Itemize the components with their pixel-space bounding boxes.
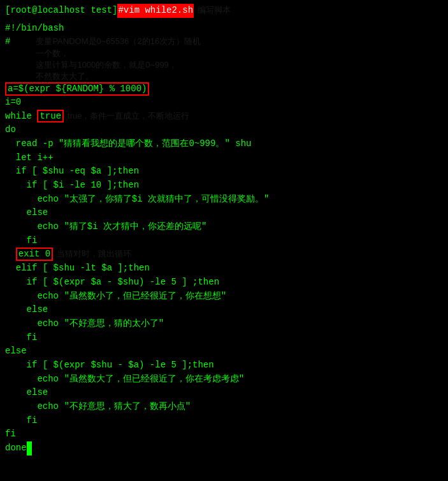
exit-annotation: 当猜对时，跳出循环 (57, 248, 131, 260)
fi-inner1-text: fi (5, 234, 37, 248)
line-else-outer: else (5, 344, 443, 359)
fi-outer-text: fi (5, 427, 16, 441)
true-box: true (37, 110, 64, 123)
line-echo4: echo "不好意思，猜的太小了" (5, 317, 443, 331)
line-i-assign: i=0 (5, 96, 443, 110)
line-echo5: echo "虽然数大了，但已经很近了，你在考虑考虑" (5, 373, 443, 387)
done-text: done (5, 441, 27, 455)
line-echo6: echo "不好意思，猜大了，数再小点" (5, 400, 443, 414)
line-fi-inner1: fi (5, 234, 443, 248)
fi-inner2-text: fi (5, 331, 37, 345)
command-highlight: #vim while2.sh (117, 4, 194, 18)
line-elif: elif [ $shu -lt $a ];then (5, 262, 443, 276)
elif-text: elif [ $shu -lt $a ];then (5, 262, 150, 276)
line-echo3: echo "虽然数小了，但已经很近了，你在想想" (5, 290, 443, 304)
line-comment: # 变量PANDOM是0~65536（2的16次方）随机一个数，这里计算与100… (5, 35, 443, 82)
echo5-text: echo "虽然数大了，但已经很近了，你在考虑考虑" (5, 373, 244, 387)
let-text: let i++ (5, 151, 54, 165)
if3-text: if [ $(expr $a - $shu) -le 5 ] ;then (5, 276, 219, 290)
line-exit: exit 0 当猜对时，跳出循环 (5, 248, 443, 262)
fi-inner3-text: fi (5, 414, 37, 428)
comment-text: # (5, 35, 10, 49)
line-while: while true true，条件一直成立，不断地运行 (5, 110, 443, 124)
line-else2: else (5, 303, 443, 317)
line-echo1: echo "太强了，你猜了$i 次就猜中了，可惜没得奖励。" (5, 193, 443, 207)
line-else3: else (5, 386, 443, 400)
line-if3: if [ $(expr $a - $shu) -le 5 ] ;then (5, 276, 443, 290)
echo1-text: echo "太强了，你猜了$i 次就猜中了，可惜没得奖励。" (5, 193, 269, 207)
echo4-text: echo "不好意思，猜的太小了" (5, 317, 164, 331)
a-assign-box: a=$(expr ${RANDOM} % 1000) (5, 82, 149, 96)
line-if4: if [ $(expr $shu - $a) -le 5 ];then (5, 359, 443, 373)
line-echo2: echo "猜了$i 次才猜中，你还差的远呢" (5, 220, 443, 234)
echo2-text: echo "猜了$i 次才猜中，你还差的远呢" (5, 220, 206, 234)
else3-text: else (5, 386, 48, 400)
terminal: [root@localhost test]#vim while2.sh 编写脚本… (5, 4, 443, 455)
line-if1: if [ $shu -eq $a ];then (5, 165, 443, 179)
exit-indent (5, 248, 16, 262)
cursor (27, 441, 32, 455)
line-let: let i++ (5, 151, 443, 165)
line-fi-outer: fi (5, 427, 443, 441)
else2-text: else (5, 303, 48, 317)
read-text: read -p "猜猜看我想的是哪个数，范围在0~999。" shu (5, 137, 251, 151)
i-assign-text: i=0 (5, 96, 21, 110)
prompt-line: [root@localhost test]#vim while2.sh 编写脚本 (5, 4, 443, 18)
while-keyword: while (5, 110, 37, 124)
line-fi-inner2: fi (5, 331, 443, 345)
else-outer-text: else (5, 344, 27, 359)
annotation-title: 编写脚本 (198, 4, 231, 17)
line-read: read -p "猜猜看我想的是哪个数，范围在0~999。" shu (5, 137, 443, 151)
echo3-text: echo "虽然数小了，但已经很近了，你在想想" (5, 290, 226, 304)
while-annotation: true，条件一直成立，不断地运行 (68, 110, 189, 122)
else1-text: else (5, 206, 48, 220)
echo6-text: echo "不好意思，猜大了，数再小点" (5, 400, 191, 414)
line-if2: if [ $i -le 10 ];then (5, 179, 443, 193)
do-keyword: do (5, 123, 16, 137)
if4-text: if [ $(expr $shu - $a) -le 5 ];then (5, 359, 214, 373)
line-do: do (5, 123, 443, 137)
line-a-assign: a=$(expr ${RANDOM} % 1000) (5, 82, 443, 96)
if1-text: if [ $shu -eq $a ];then (5, 165, 139, 179)
shebang-text: #!/bin/bash (5, 22, 64, 36)
line-else1: else (5, 206, 443, 220)
line-fi-inner3: fi (5, 414, 443, 428)
line-done: done (5, 441, 443, 455)
if2-text: if [ $i -le 10 ];then (5, 179, 139, 193)
exit-box: exit 0 (16, 248, 53, 261)
annotation-random: 变量PANDOM是0~65536（2的16次方）随机一个数，这里计算与1000的… (36, 36, 201, 82)
line-shebang: #!/bin/bash (5, 22, 443, 36)
prompt-text: [root@localhost test] (5, 4, 117, 18)
